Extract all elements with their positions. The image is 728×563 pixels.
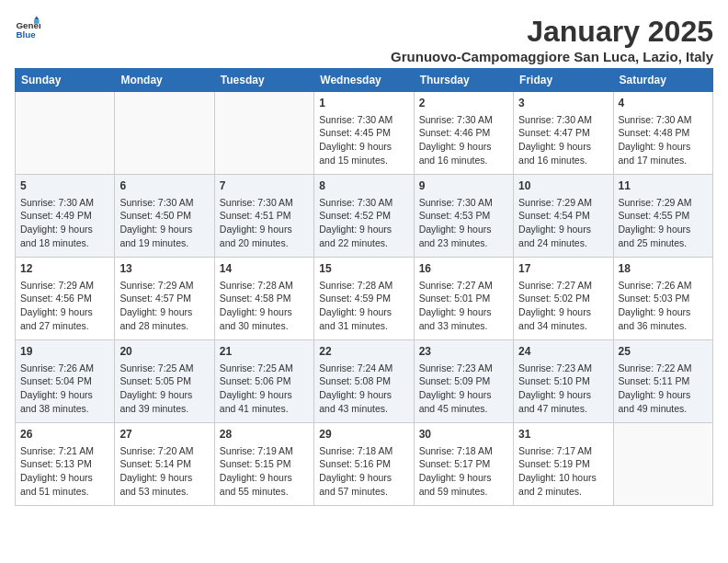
calendar-cell: 21Sunrise: 7:25 AMSunset: 5:06 PMDayligh… bbox=[214, 340, 313, 423]
day-info: Sunrise: 7:21 AMSunset: 5:13 PMDaylight:… bbox=[20, 444, 109, 499]
day-info: Sunrise: 7:28 AMSunset: 4:58 PMDaylight:… bbox=[220, 279, 309, 333]
day-info: Sunrise: 7:26 AMSunset: 5:03 PMDaylight:… bbox=[619, 279, 708, 333]
day-number: 16 bbox=[419, 261, 508, 277]
calendar-cell bbox=[115, 92, 214, 175]
calendar-cell: 15Sunrise: 7:28 AMSunset: 4:59 PMDayligh… bbox=[314, 258, 414, 340]
calendar-cell: 17Sunrise: 7:27 AMSunset: 5:02 PMDayligh… bbox=[514, 258, 613, 340]
day-info: Sunrise: 7:28 AMSunset: 4:59 PMDaylight:… bbox=[319, 279, 408, 333]
day-number: 12 bbox=[20, 261, 109, 277]
day-info: Sunrise: 7:23 AMSunset: 5:10 PMDaylight:… bbox=[518, 362, 608, 416]
day-number: 21 bbox=[220, 344, 309, 360]
day-info: Sunrise: 7:30 AMSunset: 4:50 PMDaylight:… bbox=[119, 196, 209, 250]
calendar-cell: 9Sunrise: 7:30 AMSunset: 4:53 PMDaylight… bbox=[414, 175, 513, 258]
day-info: Sunrise: 7:18 AMSunset: 5:17 PMDaylight:… bbox=[419, 444, 508, 499]
week-row-5: 26Sunrise: 7:21 AMSunset: 5:13 PMDayligh… bbox=[16, 423, 713, 506]
day-number: 13 bbox=[119, 261, 209, 277]
day-number: 30 bbox=[419, 427, 508, 442]
day-info: Sunrise: 7:18 AMSunset: 5:16 PMDaylight:… bbox=[319, 444, 408, 499]
weekday-header-row: SundayMondayTuesdayWednesdayThursdayFrid… bbox=[16, 69, 713, 92]
day-info: Sunrise: 7:22 AMSunset: 5:11 PMDaylight:… bbox=[619, 362, 708, 416]
weekday-header-thursday: Thursday bbox=[414, 69, 513, 92]
day-number: 27 bbox=[119, 427, 209, 442]
day-number: 9 bbox=[419, 178, 508, 194]
weekday-header-sunday: Sunday bbox=[16, 69, 115, 92]
calendar-cell: 27Sunrise: 7:20 AMSunset: 5:14 PMDayligh… bbox=[115, 423, 214, 506]
calendar-cell: 31Sunrise: 7:17 AMSunset: 5:19 PMDayligh… bbox=[514, 423, 613, 506]
calendar-cell: 20Sunrise: 7:25 AMSunset: 5:05 PMDayligh… bbox=[115, 340, 214, 423]
day-info: Sunrise: 7:27 AMSunset: 5:01 PMDaylight:… bbox=[419, 279, 508, 333]
day-number: 14 bbox=[220, 261, 309, 277]
day-number: 4 bbox=[619, 96, 708, 111]
weekday-header-friday: Friday bbox=[514, 69, 613, 92]
calendar-cell: 26Sunrise: 7:21 AMSunset: 5:13 PMDayligh… bbox=[16, 423, 115, 506]
weekday-header-wednesday: Wednesday bbox=[314, 69, 414, 92]
calendar-cell: 14Sunrise: 7:28 AMSunset: 4:58 PMDayligh… bbox=[214, 258, 313, 340]
day-info: Sunrise: 7:30 AMSunset: 4:51 PMDaylight:… bbox=[220, 196, 309, 250]
calendar-cell: 23Sunrise: 7:23 AMSunset: 5:09 PMDayligh… bbox=[414, 340, 513, 423]
calendar-cell: 28Sunrise: 7:19 AMSunset: 5:15 PMDayligh… bbox=[214, 423, 313, 506]
calendar-cell: 1Sunrise: 7:30 AMSunset: 4:45 PMDaylight… bbox=[314, 92, 414, 175]
day-number: 3 bbox=[518, 96, 608, 111]
calendar-cell bbox=[16, 92, 115, 175]
day-info: Sunrise: 7:30 AMSunset: 4:45 PMDaylight:… bbox=[319, 113, 408, 167]
location-subtitle: Grunuovo-Campomaggiore San Luca, Lazio, … bbox=[391, 49, 713, 64]
day-number: 11 bbox=[619, 178, 708, 194]
day-number: 23 bbox=[419, 344, 508, 360]
weekday-header-tuesday: Tuesday bbox=[214, 69, 313, 92]
day-number: 22 bbox=[319, 344, 408, 360]
day-number: 2 bbox=[419, 96, 508, 111]
day-number: 31 bbox=[518, 427, 608, 442]
day-info: Sunrise: 7:27 AMSunset: 5:02 PMDaylight:… bbox=[518, 279, 608, 333]
day-number: 29 bbox=[319, 427, 408, 442]
day-number: 7 bbox=[220, 178, 309, 194]
day-info: Sunrise: 7:25 AMSunset: 5:06 PMDaylight:… bbox=[220, 362, 309, 416]
calendar-cell: 12Sunrise: 7:29 AMSunset: 4:56 PMDayligh… bbox=[16, 258, 115, 340]
day-info: Sunrise: 7:30 AMSunset: 4:49 PMDaylight:… bbox=[20, 196, 109, 250]
week-row-2: 5Sunrise: 7:30 AMSunset: 4:49 PMDaylight… bbox=[16, 175, 713, 258]
day-info: Sunrise: 7:29 AMSunset: 4:54 PMDaylight:… bbox=[518, 196, 608, 250]
day-info: Sunrise: 7:19 AMSunset: 5:15 PMDaylight:… bbox=[220, 444, 309, 499]
day-number: 20 bbox=[119, 344, 209, 360]
day-info: Sunrise: 7:23 AMSunset: 5:09 PMDaylight:… bbox=[419, 362, 508, 416]
day-info: Sunrise: 7:20 AMSunset: 5:14 PMDaylight:… bbox=[119, 444, 209, 499]
week-row-1: 1Sunrise: 7:30 AMSunset: 4:45 PMDaylight… bbox=[16, 92, 713, 175]
day-number: 5 bbox=[20, 178, 109, 194]
day-number: 6 bbox=[119, 178, 209, 194]
calendar-cell bbox=[214, 92, 313, 175]
week-row-3: 12Sunrise: 7:29 AMSunset: 4:56 PMDayligh… bbox=[16, 258, 713, 340]
day-info: Sunrise: 7:25 AMSunset: 5:05 PMDaylight:… bbox=[119, 362, 209, 416]
calendar-cell: 2Sunrise: 7:30 AMSunset: 4:46 PMDaylight… bbox=[414, 92, 513, 175]
calendar-cell: 10Sunrise: 7:29 AMSunset: 4:54 PMDayligh… bbox=[514, 175, 613, 258]
day-info: Sunrise: 7:29 AMSunset: 4:57 PMDaylight:… bbox=[119, 279, 209, 333]
calendar-cell: 8Sunrise: 7:30 AMSunset: 4:52 PMDaylight… bbox=[314, 175, 414, 258]
day-info: Sunrise: 7:30 AMSunset: 4:52 PMDaylight:… bbox=[319, 196, 408, 250]
logo: General Blue bbox=[15, 15, 40, 40]
svg-marker-2 bbox=[34, 16, 40, 19]
calendar-cell: 11Sunrise: 7:29 AMSunset: 4:55 PMDayligh… bbox=[613, 175, 712, 258]
svg-marker-3 bbox=[34, 20, 40, 24]
calendar-cell: 18Sunrise: 7:26 AMSunset: 5:03 PMDayligh… bbox=[613, 258, 712, 340]
day-info: Sunrise: 7:30 AMSunset: 4:53 PMDaylight:… bbox=[419, 196, 508, 250]
month-title: January 2025 bbox=[391, 15, 713, 49]
day-number: 26 bbox=[20, 427, 109, 442]
calendar-cell: 16Sunrise: 7:27 AMSunset: 5:01 PMDayligh… bbox=[414, 258, 513, 340]
calendar-cell: 29Sunrise: 7:18 AMSunset: 5:16 PMDayligh… bbox=[314, 423, 414, 506]
day-info: Sunrise: 7:30 AMSunset: 4:47 PMDaylight:… bbox=[518, 113, 608, 167]
calendar-cell: 7Sunrise: 7:30 AMSunset: 4:51 PMDaylight… bbox=[214, 175, 313, 258]
day-number: 8 bbox=[319, 178, 408, 194]
day-info: Sunrise: 7:29 AMSunset: 4:55 PMDaylight:… bbox=[619, 196, 708, 250]
day-number: 28 bbox=[220, 427, 309, 442]
calendar-cell: 19Sunrise: 7:26 AMSunset: 5:04 PMDayligh… bbox=[16, 340, 115, 423]
day-info: Sunrise: 7:26 AMSunset: 5:04 PMDaylight:… bbox=[20, 362, 109, 416]
weekday-header-monday: Monday bbox=[115, 69, 214, 92]
svg-text:Blue: Blue bbox=[16, 29, 36, 40]
calendar-cell: 22Sunrise: 7:24 AMSunset: 5:08 PMDayligh… bbox=[314, 340, 414, 423]
day-info: Sunrise: 7:30 AMSunset: 4:46 PMDaylight:… bbox=[419, 113, 508, 167]
weekday-header-saturday: Saturday bbox=[613, 69, 712, 92]
day-number: 17 bbox=[518, 261, 608, 277]
day-number: 10 bbox=[518, 178, 608, 194]
day-number: 24 bbox=[518, 344, 608, 360]
day-info: Sunrise: 7:17 AMSunset: 5:19 PMDaylight:… bbox=[518, 444, 608, 499]
calendar-cell: 25Sunrise: 7:22 AMSunset: 5:11 PMDayligh… bbox=[613, 340, 712, 423]
page-header: General Blue January 2025 Grunuovo-Campo… bbox=[15, 15, 713, 64]
